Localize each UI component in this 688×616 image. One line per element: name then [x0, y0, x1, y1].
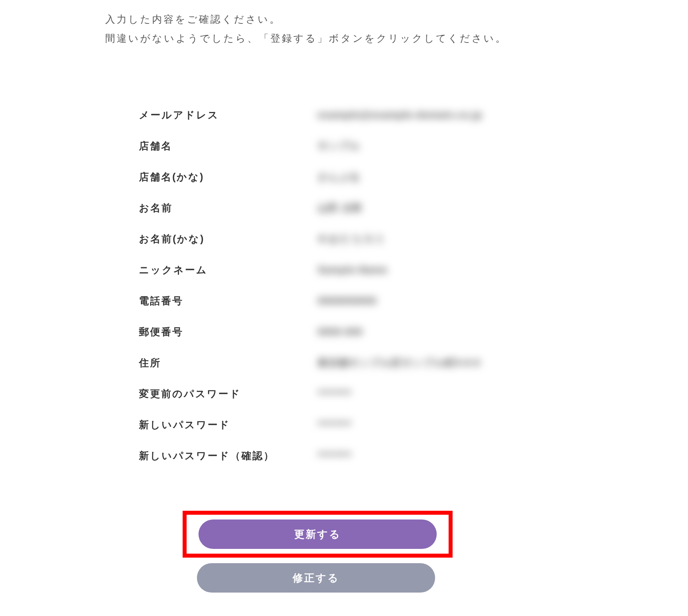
modify-button[interactable]: 修正する: [197, 563, 435, 593]
label-nickname: ニックネーム: [139, 263, 318, 276]
value-pw-old: ********: [318, 388, 352, 400]
value-pw-new: ********: [318, 419, 352, 431]
button-area: 更新する 修正する: [183, 511, 453, 593]
label-pw-new: 新しいパスワード: [139, 418, 318, 431]
intro-line-2: 間違いがないようでしたら、「登録する」ボタンをクリックしてください。: [105, 29, 688, 48]
label-zip: 郵便番号: [139, 325, 318, 338]
label-email: メールアドレス: [139, 108, 318, 122]
value-address: 東京都サンプル区サンプル町0-0-0: [318, 356, 480, 369]
row-shop-kana: 店舗名(かな) さんぷる: [139, 161, 536, 192]
label-shop: 店舗名: [139, 139, 318, 153]
form-summary: メールアドレス example@example-domain.co.jp 店舗名…: [139, 99, 536, 471]
row-name-kana: お名前(かな) やまだ たろう: [139, 223, 536, 254]
highlight-box: 更新する: [183, 511, 453, 558]
value-email: example@example-domain.co.jp: [318, 109, 482, 121]
value-name-kana: やまだ たろう: [318, 232, 385, 245]
value-pw-new2: ********: [318, 450, 352, 462]
row-pw-old: 変更前のパスワード ********: [139, 378, 536, 409]
row-pw-new2: 新しいパスワード（確認） ********: [139, 440, 536, 471]
value-shop: サンプル: [318, 139, 360, 153]
row-shop: 店舗名 サンプル: [139, 130, 536, 161]
label-name: お名前: [139, 201, 318, 214]
intro-line-1: 入力した内容をご確認ください。: [105, 10, 688, 29]
row-tel: 電話番号 0000000000: [139, 285, 536, 316]
value-name: 山田 太郎: [318, 201, 362, 214]
intro-text: 入力した内容をご確認ください。 間違いがないようでしたら、「登録する」ボタンをク…: [105, 10, 688, 48]
value-zip: 0000-000: [318, 326, 363, 338]
label-address: 住所: [139, 356, 318, 369]
label-tel: 電話番号: [139, 294, 318, 307]
value-tel: 0000000000: [318, 295, 377, 307]
label-pw-new2: 新しいパスワード（確認）: [139, 449, 318, 462]
value-nickname: Sample-Name: [318, 264, 387, 276]
update-button[interactable]: 更新する: [198, 519, 437, 549]
label-pw-old: 変更前のパスワード: [139, 387, 318, 400]
row-email: メールアドレス example@example-domain.co.jp: [139, 99, 536, 130]
row-name: お名前 山田 太郎: [139, 192, 536, 223]
label-shop-kana: 店舗名(かな): [139, 170, 318, 183]
row-zip: 郵便番号 0000-000: [139, 316, 536, 347]
row-nickname: ニックネーム Sample-Name: [139, 254, 536, 285]
label-name-kana: お名前(かな): [139, 232, 318, 245]
row-address: 住所 東京都サンプル区サンプル町0-0-0: [139, 347, 536, 378]
row-pw-new: 新しいパスワード ********: [139, 409, 536, 440]
value-shop-kana: さんぷる: [318, 170, 360, 183]
confirmation-page: 入力した内容をご確認ください。 間違いがないようでしたら、「登録する」ボタンをク…: [0, 0, 688, 593]
